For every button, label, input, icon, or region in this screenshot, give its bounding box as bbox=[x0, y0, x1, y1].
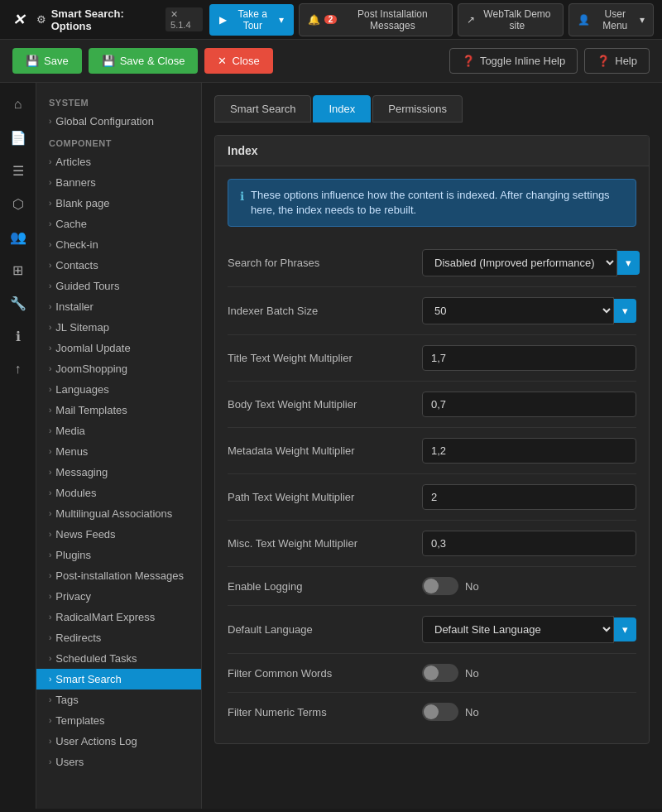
help-icon: ❓ bbox=[597, 55, 610, 67]
input-misc-weight[interactable] bbox=[422, 531, 636, 556]
nav-item-guided-tours[interactable]: › Guided Tours bbox=[36, 276, 201, 296]
label-filter-common-words: Filter Common Words bbox=[228, 667, 410, 680]
input-path-weight[interactable] bbox=[422, 484, 636, 510]
select-dropdown-btn-batch[interactable]: ▾ bbox=[614, 299, 636, 323]
chevron-icon: › bbox=[49, 219, 51, 228]
nav-item-templates[interactable]: › Templates bbox=[36, 710, 201, 731]
nav-item-scheduled-tasks[interactable]: › Scheduled Tasks bbox=[36, 648, 201, 669]
input-body-weight[interactable] bbox=[422, 392, 636, 417]
sidebar-icon-install[interactable]: ↑ bbox=[3, 354, 33, 384]
select-dropdown-btn-language[interactable]: ▾ bbox=[614, 617, 636, 641]
select-dropdown-btn-phrases[interactable]: ▾ bbox=[617, 251, 640, 275]
tab-index[interactable]: Index bbox=[313, 95, 371, 123]
form-row-body-weight: Body Text Weight Multiplier bbox=[228, 382, 636, 428]
form-row-indexer-batch-size: Indexer Batch Size 50 ▾ bbox=[228, 287, 636, 335]
nav-item-contacts[interactable]: › Contacts bbox=[36, 255, 201, 276]
chevron-icon: › bbox=[49, 261, 51, 270]
select-search-for-phrases[interactable]: Disabled (Improved performance) bbox=[422, 249, 617, 276]
sidebar-icon-users[interactable]: 👥 bbox=[3, 222, 33, 252]
nav-item-menus[interactable]: › Menus bbox=[36, 441, 201, 462]
sidebar-icon-menus[interactable]: ⊞ bbox=[3, 255, 33, 285]
control-body-weight bbox=[422, 392, 636, 417]
select-default-language[interactable]: Default Site Language bbox=[422, 616, 614, 643]
sidebar-icon-structure[interactable]: ☰ bbox=[3, 156, 33, 185]
chevron-icon: › bbox=[49, 695, 51, 704]
take-tour-button[interactable]: ▶ Take a Tour ▾ bbox=[209, 4, 294, 36]
label-metadata-weight: Metadata Weight Multiplier bbox=[228, 444, 410, 457]
nav-item-languages[interactable]: › Languages bbox=[36, 379, 201, 400]
label-filter-numeric-terms: Filter Numeric Terms bbox=[228, 706, 410, 718]
chevron-icon: › bbox=[49, 675, 51, 684]
sidebar-icon-components[interactable]: ⬡ bbox=[3, 189, 33, 219]
tab-smart-search[interactable]: Smart Search bbox=[214, 95, 311, 123]
label-search-for-phrases: Search for Phrases bbox=[228, 257, 410, 269]
nav-item-banners[interactable]: › Banners bbox=[36, 172, 201, 193]
nav-item-articles[interactable]: › Articles bbox=[36, 151, 201, 172]
chevron-icon: › bbox=[49, 654, 51, 663]
nav-item-cache[interactable]: › Cache bbox=[36, 214, 201, 234]
chevron-icon: › bbox=[49, 530, 51, 539]
nav-item-check-in[interactable]: › Check-in bbox=[36, 234, 201, 255]
nav-item-privacy[interactable]: › Privacy bbox=[36, 586, 201, 607]
nav-item-multilingual[interactable]: › Multilingual Associations bbox=[36, 503, 201, 524]
input-title-weight[interactable] bbox=[422, 345, 636, 371]
chevron-icon: › bbox=[49, 240, 51, 249]
nav-item-mail-templates[interactable]: › Mail Templates bbox=[36, 400, 201, 420]
notification-button[interactable]: 🔔 2 Post Installation Messages bbox=[299, 3, 453, 36]
control-filter-numeric-terms: No bbox=[422, 703, 636, 721]
nav-item-smart-search[interactable]: › Smart Search bbox=[36, 669, 201, 689]
input-metadata-weight[interactable] bbox=[422, 438, 636, 464]
select-indexer-batch-size[interactable]: 50 bbox=[422, 297, 614, 324]
nav-item-post-installation[interactable]: › Post-installation Messages bbox=[36, 565, 201, 586]
nav-item-blank-page[interactable]: › Blank page bbox=[36, 193, 201, 214]
nav-item-modules[interactable]: › Modules bbox=[36, 483, 201, 503]
toggle-filter-common-words[interactable] bbox=[422, 664, 458, 682]
chevron-icon: › bbox=[49, 550, 51, 560]
toggle-knob bbox=[424, 579, 439, 593]
sidebar-icon-info[interactable]: ℹ bbox=[3, 321, 33, 351]
main-layout: ⌂ 📄 ☰ ⬡ 👥 ⊞ 🔧 ℹ ↑ System › Global Config… bbox=[0, 83, 662, 809]
toggle-knob bbox=[424, 704, 439, 719]
nav-item-news-feeds[interactable]: › News Feeds bbox=[36, 524, 201, 545]
nav-item-installer[interactable]: › Installer bbox=[36, 296, 201, 317]
close-button[interactable]: ✕ Close bbox=[204, 48, 272, 74]
user-menu-button[interactable]: 👤 User Menu ▾ bbox=[568, 3, 654, 36]
nav-item-jl-sitemap[interactable]: › JL Sitemap bbox=[36, 317, 201, 338]
sidebar-icon-content[interactable]: 📄 bbox=[3, 123, 33, 152]
chevron-icon: › bbox=[49, 716, 51, 725]
help-button[interactable]: ❓ Help bbox=[584, 48, 650, 74]
nav-item-users[interactable]: › Users bbox=[36, 752, 201, 772]
select-wrap-language: Default Site Language ▾ bbox=[422, 616, 636, 643]
nav-item-radicalmart[interactable]: › RadicalMart Express bbox=[36, 607, 201, 627]
sidebar-icon-system[interactable]: 🔧 bbox=[3, 288, 33, 318]
nav-item-global-configuration[interactable]: › Global Configuration bbox=[36, 111, 201, 132]
nav-item-joomshopping[interactable]: › JoomShopping bbox=[36, 358, 201, 379]
content-area: Smart Search Index Permissions Index ℹ T… bbox=[202, 83, 662, 809]
actionbar-right: ❓ Toggle Inline Help ❓ Help bbox=[449, 48, 650, 74]
site-button[interactable]: ↗ WebTalk Demo site bbox=[458, 3, 564, 36]
save-button[interactable]: 💾 Save bbox=[12, 48, 82, 74]
nav-item-plugins[interactable]: › Plugins bbox=[36, 545, 201, 565]
control-indexer-batch-size: 50 ▾ bbox=[422, 297, 636, 324]
toggle-enable-logging-label: No bbox=[465, 580, 479, 593]
nav-item-joomla-update[interactable]: › Joomlal Update bbox=[36, 338, 201, 358]
nav-item-tags[interactable]: › Tags bbox=[36, 689, 201, 710]
nav-item-user-actions-log[interactable]: › User Actions Log bbox=[36, 731, 201, 752]
chevron-icon: › bbox=[49, 468, 51, 477]
nav-panel: System › Global Configuration Component … bbox=[36, 83, 202, 809]
chevron-icon: › bbox=[49, 406, 51, 415]
gear-icon: ⚙ bbox=[36, 13, 46, 26]
sidebar-icon-home[interactable]: ⌂ bbox=[3, 89, 33, 119]
toggle-inline-help-button[interactable]: ❓ Toggle Inline Help bbox=[449, 48, 578, 74]
nav-item-messaging[interactable]: › Messaging bbox=[36, 462, 201, 483]
nav-item-media[interactable]: › Media bbox=[36, 420, 201, 441]
nav-item-redirects[interactable]: › Redirects bbox=[36, 627, 201, 648]
toggle-filter-common-wrap: No bbox=[422, 664, 479, 682]
toggle-filter-numeric-wrap: No bbox=[422, 703, 479, 721]
tab-permissions[interactable]: Permissions bbox=[372, 95, 463, 123]
joomla-logo: ✕ bbox=[8, 8, 30, 31]
toggle-enable-logging[interactable] bbox=[422, 577, 458, 595]
save-close-button[interactable]: 💾 Save & Close bbox=[89, 48, 199, 74]
chevron-icon: › bbox=[49, 323, 51, 332]
toggle-filter-numeric-terms[interactable] bbox=[422, 703, 458, 721]
